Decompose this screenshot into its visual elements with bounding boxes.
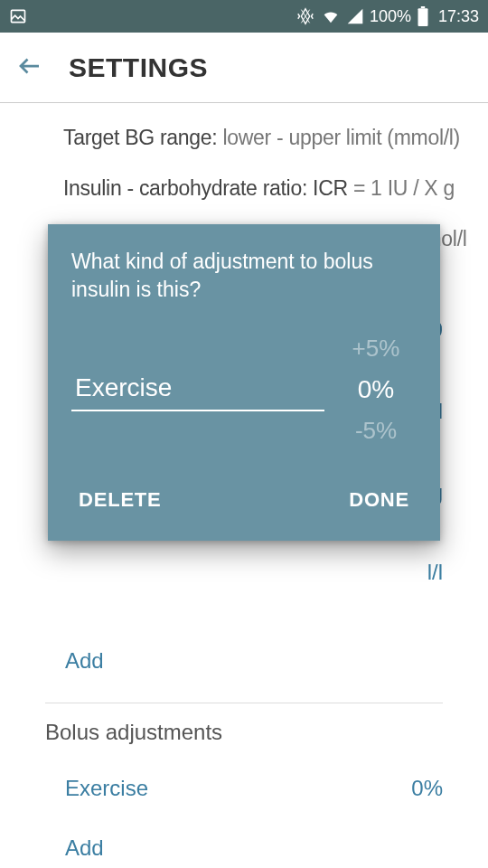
adjustment-name-input[interactable] <box>71 368 324 411</box>
dialog-title: What kind of adjustment to bolus insulin… <box>71 248 417 304</box>
picker-next[interactable]: -5% <box>335 411 417 450</box>
picker-prev[interactable]: +5% <box>335 329 417 368</box>
dialog-overlay: What kind of adjustment to bolus insulin… <box>0 0 488 868</box>
delete-button[interactable]: DELETE <box>73 481 167 519</box>
bolus-adjustment-dialog: What kind of adjustment to bolus insulin… <box>48 224 440 541</box>
percent-picker[interactable]: +5% 0% -5% <box>335 329 417 450</box>
done-button[interactable]: DONE <box>343 481 415 519</box>
picker-current[interactable]: 0% <box>335 368 417 411</box>
